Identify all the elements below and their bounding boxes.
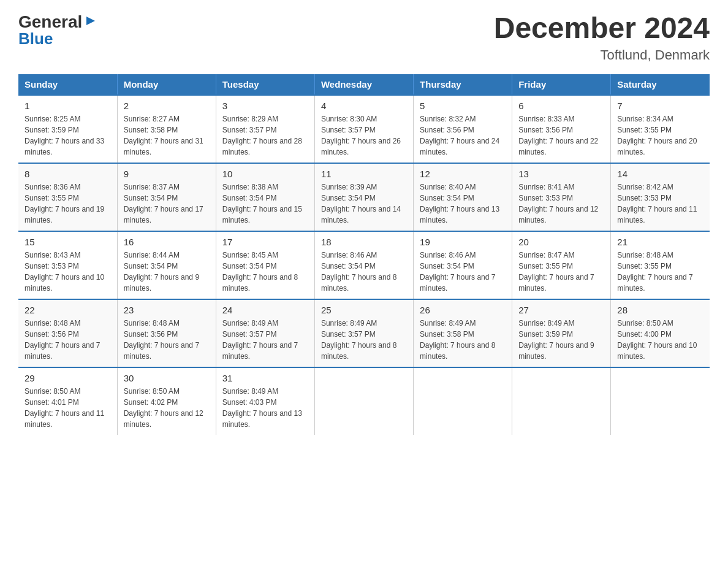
subtitle: Toftlund, Denmark (494, 47, 710, 63)
calendar-table: SundayMondayTuesdayWednesdayThursdayFrid… (18, 74, 710, 435)
calendar-cell: 12 Sunrise: 8:40 AM Sunset: 3:54 PM Dayl… (414, 163, 512, 231)
logo: General Blue (18, 12, 97, 48)
day-info: Sunrise: 8:36 AM Sunset: 3:55 PM Dayligh… (25, 182, 111, 226)
calendar-cell: 8 Sunrise: 8:36 AM Sunset: 3:55 PM Dayli… (18, 163, 117, 231)
calendar-cell (611, 367, 710, 435)
calendar-week-row: 22 Sunrise: 8:48 AM Sunset: 3:56 PM Dayl… (18, 299, 710, 367)
calendar-cell: 19 Sunrise: 8:46 AM Sunset: 3:54 PM Dayl… (414, 231, 512, 299)
calendar-cell: 20 Sunrise: 8:47 AM Sunset: 3:55 PM Dayl… (512, 231, 611, 299)
day-number: 13 (518, 169, 604, 179)
day-info: Sunrise: 8:47 AM Sunset: 3:55 PM Dayligh… (518, 250, 604, 294)
calendar-cell: 22 Sunrise: 8:48 AM Sunset: 3:56 PM Dayl… (18, 299, 117, 367)
col-header-friday: Friday (512, 74, 611, 95)
calendar-cell: 13 Sunrise: 8:41 AM Sunset: 3:53 PM Dayl… (512, 163, 611, 231)
title-area: December 2024 Toftlund, Denmark (494, 12, 710, 63)
day-number: 29 (25, 373, 111, 383)
day-info: Sunrise: 8:43 AM Sunset: 3:53 PM Dayligh… (25, 250, 111, 294)
calendar-week-row: 15 Sunrise: 8:43 AM Sunset: 3:53 PM Dayl… (18, 231, 710, 299)
day-info: Sunrise: 8:50 AM Sunset: 4:02 PM Dayligh… (124, 386, 210, 430)
calendar-cell: 7 Sunrise: 8:34 AM Sunset: 3:55 PM Dayli… (611, 95, 710, 163)
calendar-week-row: 29 Sunrise: 8:50 AM Sunset: 4:01 PM Dayl… (18, 367, 710, 435)
day-info: Sunrise: 8:45 AM Sunset: 3:54 PM Dayligh… (222, 250, 308, 294)
day-number: 5 (420, 101, 506, 111)
day-info: Sunrise: 8:50 AM Sunset: 4:00 PM Dayligh… (617, 318, 703, 362)
header-area: General Blue December 2024 Toftlund, Den… (18, 12, 710, 63)
col-header-monday: Monday (117, 74, 216, 95)
calendar-cell: 25 Sunrise: 8:49 AM Sunset: 3:57 PM Dayl… (314, 299, 413, 367)
day-number: 26 (420, 305, 506, 315)
calendar-cell: 21 Sunrise: 8:48 AM Sunset: 3:55 PM Dayl… (611, 231, 710, 299)
day-number: 28 (617, 305, 703, 315)
calendar-cell: 3 Sunrise: 8:29 AM Sunset: 3:57 PM Dayli… (216, 95, 314, 163)
day-info: Sunrise: 8:48 AM Sunset: 3:56 PM Dayligh… (124, 318, 210, 362)
day-info: Sunrise: 8:37 AM Sunset: 3:54 PM Dayligh… (124, 182, 210, 226)
day-info: Sunrise: 8:29 AM Sunset: 3:57 PM Dayligh… (222, 113, 308, 158)
day-number: 15 (25, 237, 111, 247)
calendar-cell: 9 Sunrise: 8:37 AM Sunset: 3:54 PM Dayli… (117, 163, 216, 231)
calendar-cell: 18 Sunrise: 8:46 AM Sunset: 3:54 PM Dayl… (314, 231, 413, 299)
day-info: Sunrise: 8:50 AM Sunset: 4:01 PM Dayligh… (25, 386, 111, 430)
calendar-cell: 2 Sunrise: 8:27 AM Sunset: 3:58 PM Dayli… (117, 95, 216, 163)
calendar-cell: 31 Sunrise: 8:49 AM Sunset: 4:03 PM Dayl… (216, 367, 314, 435)
calendar-cell: 15 Sunrise: 8:43 AM Sunset: 3:53 PM Dayl… (18, 231, 117, 299)
day-info: Sunrise: 8:33 AM Sunset: 3:56 PM Dayligh… (518, 113, 604, 158)
logo-blue: Blue (18, 29, 53, 48)
day-info: Sunrise: 8:49 AM Sunset: 3:57 PM Dayligh… (321, 318, 407, 362)
calendar-cell: 10 Sunrise: 8:38 AM Sunset: 3:54 PM Dayl… (216, 163, 314, 231)
day-number: 2 (124, 101, 210, 111)
day-number: 6 (518, 101, 604, 111)
svg-marker-0 (86, 17, 95, 25)
calendar-cell: 29 Sunrise: 8:50 AM Sunset: 4:01 PM Dayl… (18, 367, 117, 435)
day-info: Sunrise: 8:49 AM Sunset: 3:58 PM Dayligh… (420, 318, 506, 362)
day-number: 7 (617, 101, 703, 111)
calendar-cell: 5 Sunrise: 8:32 AM Sunset: 3:56 PM Dayli… (414, 95, 512, 163)
calendar-cell: 4 Sunrise: 8:30 AM Sunset: 3:57 PM Dayli… (314, 95, 413, 163)
col-header-saturday: Saturday (611, 74, 710, 95)
calendar-week-row: 8 Sunrise: 8:36 AM Sunset: 3:55 PM Dayli… (18, 163, 710, 231)
calendar-cell: 30 Sunrise: 8:50 AM Sunset: 4:02 PM Dayl… (117, 367, 216, 435)
calendar-cell (414, 367, 512, 435)
col-header-tuesday: Tuesday (216, 74, 314, 95)
calendar-week-row: 1 Sunrise: 8:25 AM Sunset: 3:59 PM Dayli… (18, 95, 710, 163)
day-info: Sunrise: 8:34 AM Sunset: 3:55 PM Dayligh… (617, 113, 703, 158)
day-number: 1 (25, 101, 111, 111)
day-info: Sunrise: 8:42 AM Sunset: 3:53 PM Dayligh… (617, 182, 703, 226)
day-info: Sunrise: 8:38 AM Sunset: 3:54 PM Dayligh… (222, 182, 308, 226)
day-number: 18 (321, 237, 407, 247)
day-number: 25 (321, 305, 407, 315)
calendar-header-row: SundayMondayTuesdayWednesdayThursdayFrid… (18, 74, 710, 95)
day-info: Sunrise: 8:39 AM Sunset: 3:54 PM Dayligh… (321, 182, 407, 226)
calendar-cell: 26 Sunrise: 8:49 AM Sunset: 3:58 PM Dayl… (414, 299, 512, 367)
calendar-cell: 28 Sunrise: 8:50 AM Sunset: 4:00 PM Dayl… (611, 299, 710, 367)
day-info: Sunrise: 8:48 AM Sunset: 3:55 PM Dayligh… (617, 250, 703, 294)
day-number: 31 (222, 373, 308, 383)
day-number: 24 (222, 305, 308, 315)
day-number: 9 (124, 169, 210, 179)
day-number: 23 (124, 305, 210, 315)
day-number: 3 (222, 101, 308, 111)
calendar-cell: 14 Sunrise: 8:42 AM Sunset: 3:53 PM Dayl… (611, 163, 710, 231)
col-header-wednesday: Wednesday (314, 74, 413, 95)
calendar-cell: 24 Sunrise: 8:49 AM Sunset: 3:57 PM Dayl… (216, 299, 314, 367)
day-info: Sunrise: 8:49 AM Sunset: 4:03 PM Dayligh… (222, 386, 308, 430)
calendar-cell: 23 Sunrise: 8:48 AM Sunset: 3:56 PM Dayl… (117, 299, 216, 367)
day-number: 20 (518, 237, 604, 247)
day-number: 14 (617, 169, 703, 179)
day-number: 12 (420, 169, 506, 179)
day-info: Sunrise: 8:41 AM Sunset: 3:53 PM Dayligh… (518, 182, 604, 226)
day-number: 21 (617, 237, 703, 247)
calendar-cell: 17 Sunrise: 8:45 AM Sunset: 3:54 PM Dayl… (216, 231, 314, 299)
day-number: 17 (222, 237, 308, 247)
day-info: Sunrise: 8:48 AM Sunset: 3:56 PM Dayligh… (25, 318, 111, 362)
day-number: 19 (420, 237, 506, 247)
day-info: Sunrise: 8:27 AM Sunset: 3:58 PM Dayligh… (124, 113, 210, 158)
logo-arrow-icon (84, 14, 97, 30)
day-number: 16 (124, 237, 210, 247)
day-info: Sunrise: 8:46 AM Sunset: 3:54 PM Dayligh… (321, 250, 407, 294)
day-number: 22 (25, 305, 111, 315)
col-header-thursday: Thursday (414, 74, 512, 95)
day-number: 30 (124, 373, 210, 383)
day-number: 27 (518, 305, 604, 315)
calendar-cell: 6 Sunrise: 8:33 AM Sunset: 3:56 PM Dayli… (512, 95, 611, 163)
day-info: Sunrise: 8:25 AM Sunset: 3:59 PM Dayligh… (25, 113, 111, 158)
